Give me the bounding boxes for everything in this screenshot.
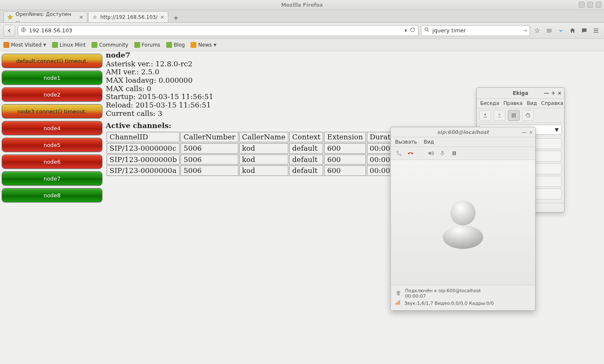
downloads-icon[interactable] [556,26,565,35]
table-row: SIP/123-0000000a5006koddefault60000:00:2… [107,165,431,176]
menu-view[interactable]: Вид [527,100,537,106]
hangup-icon[interactable] [407,149,414,157]
node-button[interactable]: node6 [2,155,102,169]
table-cell: SIP/123-0000000c [107,143,180,154]
bookmark-blog[interactable]: Blog [166,42,185,48]
svg-rect-18 [442,151,443,154]
search-go-icon[interactable]: → [523,27,527,34]
svg-rect-13 [513,115,514,116]
table-cell: default [289,155,324,165]
node-title: node7 [106,51,431,59]
svg-point-2 [425,28,428,31]
call-video-area [391,160,535,285]
url-bar[interactable]: 192.168.56.103 ▾ [18,25,418,36]
avatar-icon [440,195,486,250]
chat-icon[interactable] [580,26,589,35]
bookmark-news[interactable]: News▼ [191,42,216,48]
node-button[interactable]: node3:connect() timeout. [2,104,102,118]
site-icon [92,42,97,48]
minimize-icon[interactable]: — [544,90,549,96]
favicon-blank-icon [92,14,98,20]
bookmark-label: News [198,42,212,48]
url-text: 192.168.56.103 [29,27,402,34]
home-icon[interactable] [568,26,577,35]
maximize-icon[interactable]: + [551,90,555,96]
minimize-button[interactable] [579,2,585,8]
menu-chat[interactable]: Беседа [480,100,499,106]
table-cell: 5006 [180,165,238,176]
bookmark-most-visited[interactable]: Most Visited▼ [3,42,46,48]
close-button[interactable] [596,2,601,8]
menu-icon[interactable] [591,26,601,35]
reload-time: Reload: 2015-03-15 11:56:51 [106,101,431,109]
tab-label: http://192.168.56.103/ [100,14,157,20]
call-titlebar[interactable]: sip:600@localhost — × [391,127,535,137]
svg-rect-15 [512,116,512,117]
table-cell: default [289,143,324,154]
node-button[interactable]: node7 [2,171,102,186]
url-dropdown-icon[interactable]: ▾ [404,27,407,34]
call-title: sip:600@localhost [437,129,489,135]
mic-icon[interactable] [439,149,446,157]
ekiga-titlebar[interactable]: Ekiga — + × [477,88,564,99]
tab-opennews[interactable]: OpenNews: Доступен ... × [3,11,87,22]
bookmark-label: Community [99,42,128,48]
menu-help[interactable]: Справка [541,100,563,106]
bookmarks-bar: Most Visited▼ Linux Mint Community Forum… [0,39,604,51]
node-button[interactable]: default:connect() timeout. [2,54,102,68]
library-icon[interactable] [544,26,554,35]
pause-icon[interactable] [450,149,458,157]
new-tab-button[interactable]: + [171,13,181,22]
ekiga-menubar: Беседа Правка Вид Справка [477,99,564,108]
svg-rect-11 [515,113,515,114]
asterisk-version: Asterisk ver.: 12.8.0-rc2 [106,60,431,68]
menu-call[interactable]: Вызвать [395,139,417,145]
webcam-icon [395,290,402,298]
bookmark-community[interactable]: Community [92,42,128,48]
call-duration: 00:00:07 [405,293,481,299]
person-icon[interactable] [494,110,505,121]
reload-button[interactable] [410,27,416,34]
tab-close-icon[interactable]: × [79,14,84,20]
browser-navbar: 192.168.56.103 ▾ jquery timer → ☆ [0,23,604,39]
menu-view[interactable]: Вид [424,139,434,145]
close-icon[interactable]: × [528,129,533,135]
channels-table: ChannelIDCallerNumberCallerNameContextEx… [106,131,431,177]
node-button[interactable]: node4 [2,121,102,135]
rss-icon [191,42,196,48]
menu-edit[interactable]: Правка [503,100,523,106]
tab-active[interactable]: http://192.168.56.103/ × [88,11,168,22]
svg-rect-12 [512,115,512,116]
node-button[interactable]: node8 [2,188,102,202]
startup-time: Startup: 2015-03-15 11:56:51 [106,93,431,101]
bookmark-forums[interactable]: Forums [134,42,160,48]
svg-rect-19 [453,151,454,155]
node-list: default:connect() timeout.node1node2node… [0,51,104,207]
svg-point-22 [450,200,476,225]
node-button[interactable]: node1 [2,71,102,85]
call-toolbar [391,147,535,160]
contact-icon[interactable] [479,110,491,121]
search-bar[interactable]: jquery timer → [421,25,530,36]
os-window-buttons [579,2,601,8]
phone-call-icon[interactable] [395,149,403,157]
maximize-button[interactable] [587,2,593,8]
call-window[interactable]: sip:600@localhost — × Вызвать Вид [390,127,536,311]
close-icon[interactable]: × [557,90,562,96]
bookmark-linux-mint[interactable]: Linux Mint [52,42,86,48]
back-button[interactable] [3,25,15,37]
bookmark-star-icon[interactable]: ☆ [533,26,542,35]
node-button[interactable]: node5 [2,138,102,152]
node-button[interactable]: node2 [2,87,102,102]
svg-point-7 [484,113,486,115]
dialpad-icon[interactable] [508,110,520,121]
tab-close-icon[interactable]: × [160,14,165,20]
svg-point-24 [398,292,399,293]
table-header: Extension [324,132,366,142]
minimize-icon[interactable]: — [521,129,526,135]
max-loadavg: MAX loadavg: 0.000000 [106,76,431,84]
history-icon[interactable] [522,110,534,121]
speaker-icon[interactable] [427,149,434,157]
svg-rect-25 [397,294,399,295]
ekiga-title: Ekiga [513,90,528,96]
